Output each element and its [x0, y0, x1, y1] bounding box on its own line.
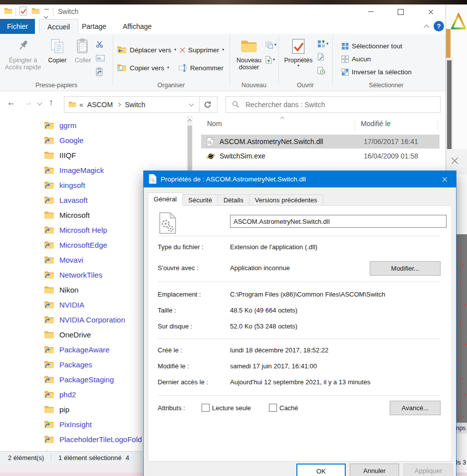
- breadcrumb-switch[interactable]: Switch: [125, 101, 145, 109]
- breadcrumb-collapsed[interactable]: «: [79, 101, 83, 109]
- file-row-switchsim-exe[interactable]: SwitchSim.exe16/04/2009 01:58: [201, 149, 440, 163]
- breadcrumb-ascom[interactable]: ASCOM: [87, 101, 113, 109]
- paste-button[interactable]: Coller: [71, 37, 95, 64]
- sidebar-item-onedrive[interactable]: OneDrive: [44, 327, 91, 342]
- maximize-button[interactable]: [386, 4, 416, 19]
- filename-input[interactable]: [230, 215, 447, 228]
- dialog-close-button[interactable]: [433, 171, 456, 187]
- sidebar-item-nikon[interactable]: Nikon: [44, 282, 78, 297]
- sidebar-item-imagemagick[interactable]: ImageMagick: [44, 162, 104, 177]
- invert-selection-icon: [341, 68, 349, 76]
- rename-icon: [179, 64, 187, 72]
- move-to-icon: [117, 46, 127, 54]
- refresh-button[interactable]: [198, 96, 218, 113]
- tab-accueil[interactable]: Accueil: [39, 19, 78, 34]
- copy-button[interactable]: Copier: [45, 37, 70, 64]
- invert-selection-button[interactable]: Inverser la sélection: [341, 66, 412, 78]
- copy-path-button[interactable]: W...: [96, 52, 111, 64]
- pin-to-quick-access-button[interactable]: Épingler à Accès rapide: [2, 37, 44, 71]
- sidebar-item-phd2[interactable]: phd2: [44, 387, 76, 402]
- sidebar-item-kingsoft[interactable]: kingsoft: [44, 177, 85, 192]
- sidebar-item-nvidia[interactable]: NVIDIA: [44, 297, 84, 312]
- column-header-modified[interactable]: Modifié le: [361, 120, 391, 133]
- address-dropdown-icon[interactable]: [189, 101, 194, 106]
- qat-customize-dropdown-icon[interactable]: [44, 9, 49, 20]
- breadcrumb[interactable]: « ASCOM Switch: [64, 96, 200, 113]
- change-button[interactable]: Modifier...: [370, 261, 441, 276]
- tab-fichier[interactable]: Fichier: [0, 19, 35, 34]
- scroll-up-icon[interactable]: [187, 119, 191, 123]
- sidebar-item-networktiles[interactable]: NetworkTiles: [44, 267, 102, 282]
- ok-button[interactable]: OK: [296, 464, 346, 476]
- select-none-button[interactable]: Aucun: [341, 53, 371, 65]
- sidebar-item-pixinsight[interactable]: PixInsight: [44, 417, 92, 432]
- edit-button[interactable]: [317, 51, 332, 63]
- properties-button[interactable]: Propriétés ▾: [282, 37, 314, 68]
- sidebar-item-microsoft-help[interactable]: Microsoft Help: [44, 222, 107, 237]
- forward-icon[interactable]: →: [24, 98, 32, 108]
- sidebar-item-movavi[interactable]: Movavi: [44, 252, 83, 267]
- delete-button[interactable]: Supprimer▾: [179, 44, 224, 56]
- move-to-button[interactable]: Déplacer vers▾: [117, 44, 176, 56]
- sidebar-item-microsoftedge[interactable]: MicrosoftEdge: [44, 237, 107, 252]
- column-separator[interactable]: [438, 121, 438, 131]
- paste-shortcut-button[interactable]: [96, 66, 111, 78]
- column-header-name[interactable]: Nom: [207, 120, 222, 133]
- close-button[interactable]: [416, 4, 446, 19]
- minimize-button[interactable]: [356, 4, 386, 19]
- sidebar-item-label: PixInsight: [59, 420, 92, 429]
- sidebar-item-packages[interactable]: Packages: [44, 357, 92, 372]
- collapse-ribbon-icon[interactable]: [424, 24, 429, 30]
- dialog-tab-previous-versions[interactable]: Versions précédentes: [249, 194, 323, 206]
- sidebar-item-packagestaging[interactable]: PackageStaging: [44, 372, 114, 387]
- history-button[interactable]: [317, 65, 332, 77]
- select-all-button[interactable]: Sélectionner tout: [341, 40, 402, 52]
- background-close-icon[interactable]: [450, 157, 459, 165]
- dialog-tab-general[interactable]: Général: [148, 192, 183, 206]
- file-row-ascom-astrometrynet-switch-dll[interactable]: ASCOM.AstrometryNet.Switch.dll17/06/2017…: [201, 135, 440, 149]
- sidebar-item-pip[interactable]: pip: [44, 402, 69, 417]
- tab-partage[interactable]: Partage: [74, 19, 114, 34]
- sidebar-item-google[interactable]: Google: [44, 133, 83, 148]
- dialog-tab-details[interactable]: Détails: [218, 194, 249, 206]
- rename-button[interactable]: Renommer: [179, 62, 224, 74]
- sidebar-item-ggrm[interactable]: ggrm: [44, 118, 76, 133]
- qat-folder-icon-2[interactable]: [31, 7, 40, 14]
- breadcrumb-chevron-icon[interactable]: [117, 102, 121, 106]
- qat-folder-icon[interactable]: [4, 7, 12, 14]
- search-box[interactable]: [226, 96, 441, 113]
- group-label-open: Ouvrir: [278, 82, 332, 89]
- sidebar-item-microsoft[interactable]: Microsoft: [44, 207, 90, 222]
- column-separator[interactable]: [355, 121, 355, 131]
- attributes-label: Attributs :: [158, 404, 185, 412]
- advanced-button[interactable]: Avancé...: [390, 401, 441, 415]
- group-label-clipboard: Presse-papiers: [0, 82, 113, 89]
- dialog-tab-security[interactable]: Sécurité: [183, 194, 218, 206]
- cancel-button[interactable]: Annuler: [350, 464, 399, 476]
- sidebar-item-nvidia-corporation[interactable]: NVIDIA Corporation: [44, 312, 125, 327]
- sidebar-item-label: Movavi: [59, 256, 83, 264]
- sidebar-item-lavasoft[interactable]: Lavasoft: [44, 192, 88, 207]
- hidden-checkbox[interactable]: [269, 404, 277, 412]
- folder-icon: [44, 405, 54, 414]
- background-chart-dot: [457, 282, 458, 284]
- ribbon-tab-row: Fichier Accueil Partage Affichage ?: [0, 19, 446, 34]
- dialog-tabs: Général Sécurité Détails Versions précéd…: [148, 193, 323, 206]
- tab-affichage[interactable]: Affichage: [115, 19, 160, 34]
- back-icon[interactable]: ←: [7, 98, 15, 108]
- modified-label: Modifié le :: [158, 362, 189, 370]
- sidebar-item-placeholdertilelogofold[interactable]: PlaceholderTileLogoFold: [44, 432, 142, 447]
- copy-to-button[interactable]: Copier vers▾: [117, 62, 169, 74]
- cut-button[interactable]: [96, 38, 111, 50]
- search-input[interactable]: [244, 100, 440, 109]
- help-icon[interactable]: ?: [434, 21, 444, 31]
- recent-locations-icon[interactable]: [37, 101, 42, 106]
- readonly-checkbox[interactable]: [202, 404, 210, 412]
- apply-button[interactable]: Appliquer: [404, 464, 453, 476]
- sidebar-item-packageaware[interactable]: PackageAware: [44, 342, 110, 357]
- new-folder-button[interactable]: Nouveau dossier: [232, 37, 266, 71]
- up-icon[interactable]: ↑: [49, 98, 53, 108]
- open-button[interactable]: ▾: [317, 38, 332, 50]
- sidebar-item-iiiqf[interactable]: IIIQF: [44, 148, 76, 162]
- qat-properties-icon[interactable]: [19, 6, 27, 15]
